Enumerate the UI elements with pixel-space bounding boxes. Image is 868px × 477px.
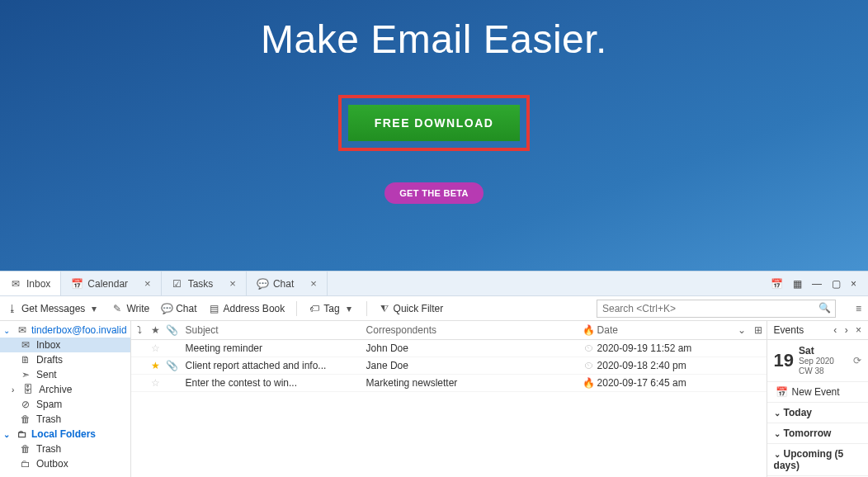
message-from: Marketing newsletter xyxy=(366,377,581,389)
subject-column[interactable]: Subject xyxy=(181,324,366,336)
sidebar-item-outbox[interactable]: 🗀Outbox xyxy=(0,456,130,471)
trash-icon: 🗑 xyxy=(20,413,31,425)
close-events-icon[interactable]: × xyxy=(856,324,861,336)
message-from: Jane Doe xyxy=(366,360,581,371)
events-pane: Events ‹ › × 19 Sat Sep 2020 CW 38 ⟳ 📅 N… xyxy=(767,321,868,477)
priority-column-icon[interactable]: 🔥 xyxy=(581,324,597,336)
events-section-today[interactable]: ⌄Today xyxy=(767,403,868,423)
calendar-icon: 📅 xyxy=(71,278,83,290)
message-list: ⤵ ★ 📎 Subject Correspondents 🔥 Date ⌄ ⊞ … xyxy=(131,321,767,477)
local-folders-row[interactable]: ⌄ 🗀 Local Folders xyxy=(0,427,130,442)
tab-label: Inbox xyxy=(26,278,50,290)
star-icon[interactable]: ☆ xyxy=(148,342,164,354)
mail-icon: ✉ xyxy=(17,324,28,336)
day-subtitle: Sep 2020 CW 38 xyxy=(799,357,848,376)
sidebar-item-inbox[interactable]: ✉Inbox xyxy=(0,338,130,352)
correspondents-column[interactable]: Correspondents xyxy=(366,324,581,336)
tab-inbox[interactable]: ✉ Inbox xyxy=(0,272,61,295)
menu-icon[interactable]: ≡ xyxy=(856,303,861,314)
search-icon[interactable]: 🔍 xyxy=(818,302,831,314)
sort-icon[interactable]: ⌄ xyxy=(734,324,750,336)
minimize-icon[interactable]: — xyxy=(812,278,822,290)
column-picker-icon[interactable]: ⊞ xyxy=(750,324,767,336)
star-icon[interactable]: ☆ xyxy=(148,377,164,389)
column-header: ⤵ ★ 📎 Subject Correspondents 🔥 Date ⌄ ⊞ xyxy=(131,321,767,340)
star-icon[interactable]: ★ xyxy=(148,360,164,371)
events-section-upcoming[interactable]: ⌄Upcoming (5 days) xyxy=(767,444,868,476)
message-row[interactable]: ☆ Enter the contest to win... Marketing … xyxy=(131,375,767,392)
star-column-icon[interactable]: ★ xyxy=(148,324,164,336)
tab-tasks[interactable]: ☑ Tasks × xyxy=(162,272,247,295)
date-column[interactable]: Date xyxy=(597,324,734,336)
quick-filter-button[interactable]: ⧨Quick Filter xyxy=(379,303,444,314)
tasks-icon: ☑ xyxy=(172,278,183,290)
toolbar: ⭳Get Messages▾ ✎Write 💬Chat ▤Address Boo… xyxy=(0,296,868,321)
download-icon: ⭳ xyxy=(7,303,18,314)
free-download-button[interactable]: FREE DOWNLOAD xyxy=(348,105,521,141)
priority-icon: ⏲ xyxy=(581,342,597,354)
sidebar-item-spam[interactable]: ⊘Spam xyxy=(0,397,130,412)
new-event-button[interactable]: 📅 New Event xyxy=(767,382,868,403)
message-subject: Client report attached and info... xyxy=(181,360,366,371)
archive-icon: 🗄 xyxy=(22,384,34,395)
maximize-icon[interactable]: ▢ xyxy=(832,278,841,290)
attachment-icon: 📎 xyxy=(164,360,181,371)
tasks-toggle-icon[interactable]: ▦ xyxy=(793,278,802,290)
mail-icon: ✉ xyxy=(10,278,21,290)
search-input[interactable] xyxy=(597,300,836,318)
address-book-button[interactable]: ▤Address Book xyxy=(209,303,285,314)
chat-icon: 💬 xyxy=(257,278,268,290)
message-date: 2020-09-17 6:45 am xyxy=(597,377,734,389)
get-beta-button[interactable]: GET THE BETA xyxy=(384,182,483,204)
chat-button[interactable]: 💬Chat xyxy=(161,303,196,314)
tag-button[interactable]: 🏷Tag▾ xyxy=(309,303,354,314)
tab-bar: ✉ Inbox 📅 Calendar × ☑ Tasks × 💬 Chat × … xyxy=(0,272,868,296)
chevron-down-icon: ⌄ xyxy=(774,409,781,418)
events-header: Events ‹ › × xyxy=(767,321,868,340)
chevron-down-icon: ⌄ xyxy=(774,429,781,438)
calendar-toggle-icon[interactable]: 📅 xyxy=(771,278,783,290)
mail-icon: ✉ xyxy=(20,339,31,351)
thread-column-icon[interactable]: ⤵ xyxy=(131,324,148,336)
message-date: 2020-09-19 11:52 am xyxy=(597,342,734,354)
sidebar-item-local-trash[interactable]: 🗑Trash xyxy=(0,442,130,456)
chat-icon: 💬 xyxy=(161,303,172,314)
tab-calendar[interactable]: 📅 Calendar × xyxy=(61,272,161,295)
attachment-column-icon[interactable]: 📎 xyxy=(164,324,181,336)
close-icon[interactable]: × xyxy=(310,277,317,290)
hero-title: Make Email Easier. xyxy=(0,17,868,62)
message-from: John Doe xyxy=(366,342,581,354)
events-date[interactable]: 19 Sat Sep 2020 CW 38 ⟳ xyxy=(767,340,868,382)
message-row[interactable]: ☆ Meeting reminder John Doe ⏲ 2020-09-19… xyxy=(131,340,767,357)
get-messages-button[interactable]: ⭳Get Messages▾ xyxy=(7,303,100,314)
draft-icon: 🗎 xyxy=(20,354,31,366)
window-controls: 📅 ▦ — ▢ × xyxy=(759,278,868,290)
tab-chat[interactable]: 💬 Chat × xyxy=(247,272,328,295)
events-section-tomorrow[interactable]: ⌄Tomorrow xyxy=(767,423,868,444)
refresh-icon[interactable]: ⟳ xyxy=(853,355,861,366)
sidebar-item-archive[interactable]: ›🗄Archive xyxy=(0,382,130,397)
message-row[interactable]: ★ 📎 Client report attached and info... J… xyxy=(131,357,767,375)
tab-label: Calendar xyxy=(87,278,128,290)
message-subject: Meeting reminder xyxy=(181,342,366,354)
write-button[interactable]: ✎Write xyxy=(111,303,149,314)
day-name: Sat xyxy=(799,345,848,357)
chevron-down-icon: ⌄ xyxy=(774,450,781,459)
events-title: Events xyxy=(774,324,804,336)
trash-icon: 🗑 xyxy=(20,443,31,455)
close-window-icon[interactable]: × xyxy=(851,278,856,290)
sidebar-item-drafts[interactable]: 🗎Drafts xyxy=(0,352,130,367)
next-day-icon[interactable]: › xyxy=(845,324,848,336)
prev-day-icon[interactable]: ‹ xyxy=(833,324,837,336)
calendar-icon: 📅 xyxy=(776,386,787,398)
filter-icon: ⧨ xyxy=(379,303,390,314)
sidebar-item-sent[interactable]: ➣Sent xyxy=(0,367,130,382)
address-book-icon: ▤ xyxy=(209,303,220,314)
pencil-icon: ✎ xyxy=(111,303,123,314)
close-icon[interactable]: × xyxy=(229,277,236,290)
account-row[interactable]: ⌄ ✉ tinderbox@foo.invalid xyxy=(0,323,130,338)
sidebar-item-trash[interactable]: 🗑Trash xyxy=(0,412,130,427)
folder-sidebar: ⌄ ✉ tinderbox@foo.invalid ✉Inbox 🗎Drafts… xyxy=(0,321,131,477)
close-icon[interactable]: × xyxy=(144,277,151,290)
hero-banner: Make Email Easier. FREE DOWNLOAD GET THE… xyxy=(0,0,868,271)
